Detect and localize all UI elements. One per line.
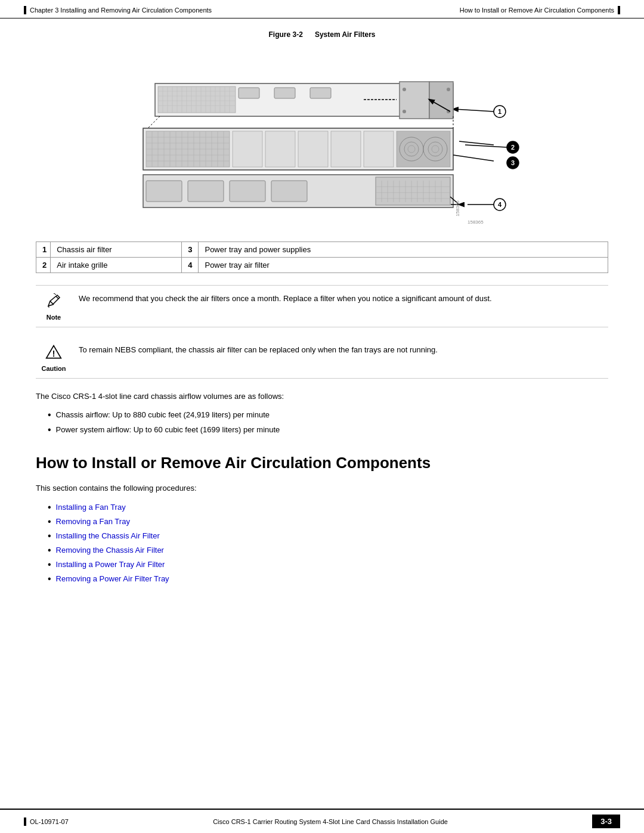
- svg-text:!: !: [52, 349, 55, 358]
- svg-line-105: [56, 296, 58, 299]
- airflow-bullets: Chassis airflow: Up to 880 cubic feet (2…: [48, 409, 608, 436]
- footer-left: OL-10971-07: [24, 817, 69, 826]
- procedure-link-removing-power-air-filter[interactable]: Removing a Power Air Filter Tray: [56, 572, 169, 586]
- svg-rect-33: [233, 131, 262, 167]
- caution-label: Caution: [42, 365, 66, 372]
- footer-doc-number: OL-10971-07: [30, 818, 69, 825]
- table-num2: 4: [182, 258, 199, 273]
- note-box: Note We recommend that you check the air…: [36, 285, 608, 327]
- header-bar-decoration: [24, 6, 26, 14]
- table-label2: Power tray air filter: [199, 258, 608, 273]
- table-num1: 1: [36, 242, 51, 258]
- svg-rect-66: [239, 88, 259, 98]
- svg-rect-83: [376, 177, 450, 205]
- note-pencil-icon: [45, 293, 62, 311]
- header-chapter-text: Chapter 3 Installing and Removing Air Ci…: [30, 7, 212, 14]
- section-heading: How to Install or Remove Air Circulation…: [36, 454, 608, 472]
- bullet-text: Chassis airflow: Up to 880 cubic feet (2…: [56, 409, 270, 422]
- figure-caption: Figure 3-2 System Air Filters: [36, 30, 608, 39]
- svg-rect-37: [364, 131, 394, 167]
- table-row: 2 Air intake grille 4 Power tray air fil…: [36, 258, 608, 273]
- svg-text:3: 3: [511, 159, 515, 166]
- procedure-link-installing-fan-tray[interactable]: Installing a Fan Tray: [56, 500, 126, 514]
- procedure-list: Installing a Fan Tray Removing a Fan Tra…: [48, 500, 608, 586]
- table-row: 1 Chassis air filter 3 Power tray and po…: [36, 242, 608, 258]
- svg-text:1: 1: [498, 108, 501, 115]
- footer-bar-decoration: [24, 817, 26, 826]
- table-num2: 3: [182, 242, 199, 258]
- caution-icon-container: ! Caution: [36, 343, 72, 372]
- svg-rect-36: [331, 131, 361, 167]
- page-header: Chapter 3 Installing and Removing Air Ci…: [0, 0, 644, 18]
- list-item: Installing a Power Tray Air Filter: [48, 558, 608, 572]
- svg-point-71: [402, 88, 406, 91]
- svg-rect-46: [158, 86, 236, 113]
- list-item: Removing a Fan Tray: [48, 515, 608, 529]
- list-item: Installing the Chassis Air Filter: [48, 529, 608, 543]
- svg-rect-79: [146, 181, 182, 202]
- table-label1: Air intake grille: [51, 258, 182, 273]
- procedure-link-installing-power-tray-filter[interactable]: Installing a Power Tray Air Filter: [56, 558, 165, 571]
- svg-point-72: [402, 110, 406, 113]
- header-section-text: How to Install or Remove Air Circulation…: [460, 7, 614, 14]
- svg-rect-34: [265, 131, 295, 167]
- list-item: Removing the Chassis Air Filter: [48, 543, 608, 558]
- procedure-link-removing-chassis-filter[interactable]: Removing the Chassis Air Filter: [56, 543, 164, 557]
- note-icon-container: Note: [36, 292, 72, 321]
- svg-text:158365: 158365: [455, 200, 460, 216]
- caution-box: ! Caution To remain NEBS compliant, the …: [36, 337, 608, 379]
- figure-label: Figure 3-2: [269, 30, 303, 39]
- table-label2: Power tray and power supplies: [199, 242, 608, 258]
- header-left: Chapter 3 Installing and Removing Air Ci…: [24, 6, 212, 14]
- figure-image: 1 2 3 4: [107, 45, 537, 230]
- list-item: Installing a Fan Tray: [48, 500, 608, 515]
- list-item: Removing a Power Air Filter Tray: [48, 572, 608, 586]
- main-content: Figure 3-2 System Air Filters 1 2 3: [0, 18, 644, 634]
- footer-doc-title: Cisco CRS-1 Carrier Routing System 4-Slo…: [213, 818, 448, 825]
- list-item: Power system airflow: Up to 60 cubic fee…: [48, 424, 608, 436]
- svg-text:4: 4: [498, 201, 502, 208]
- note-text: We recommend that you check the air filt…: [79, 292, 492, 305]
- procedure-link-installing-chassis-filter[interactable]: Installing the Chassis Air Filter: [56, 529, 160, 543]
- svg-rect-68: [310, 88, 331, 98]
- procedure-link-removing-fan-tray[interactable]: Removing a Fan Tray: [56, 515, 130, 528]
- caution-text: To remain NEBS compliant, the chassis ai…: [79, 343, 438, 356]
- svg-text:2: 2: [511, 144, 515, 151]
- svg-point-73: [447, 88, 450, 91]
- svg-rect-67: [274, 88, 295, 98]
- footer-page-number: 3-3: [592, 815, 620, 828]
- system-air-filters-diagram: 1 2 3 4: [107, 45, 537, 230]
- figure-area: 1 2 3 4: [36, 45, 608, 230]
- svg-rect-35: [298, 131, 328, 167]
- header-bar-decoration-right: [618, 6, 620, 14]
- page-footer: OL-10971-07 Cisco CRS-1 Carrier Routing …: [0, 809, 644, 833]
- note-label: Note: [47, 314, 61, 321]
- components-table: 1 Chassis air filter 3 Power tray and po…: [36, 241, 608, 273]
- header-right: How to Install or Remove Air Circulation…: [460, 6, 620, 14]
- svg-rect-82: [271, 181, 307, 202]
- table-num1: 2: [36, 258, 51, 273]
- svg-text:158365: 158365: [467, 219, 484, 225]
- bullet-text: Power system airflow: Up to 60 cubic fee…: [56, 424, 280, 436]
- procedure-intro: This section contains the following proc…: [36, 482, 608, 495]
- svg-rect-80: [188, 181, 224, 202]
- caution-triangle-icon: !: [45, 344, 62, 363]
- svg-rect-70: [429, 82, 453, 119]
- table-label1: Chassis air filter: [51, 242, 182, 258]
- list-item: Chassis airflow: Up to 880 cubic feet (2…: [48, 409, 608, 422]
- body-intro: The Cisco CRS-1 4-slot line card chassis…: [36, 391, 608, 403]
- footer-center: Cisco CRS-1 Carrier Routing System 4-Slo…: [213, 818, 448, 825]
- svg-rect-81: [230, 181, 265, 202]
- figure-title: System Air Filters: [315, 30, 376, 39]
